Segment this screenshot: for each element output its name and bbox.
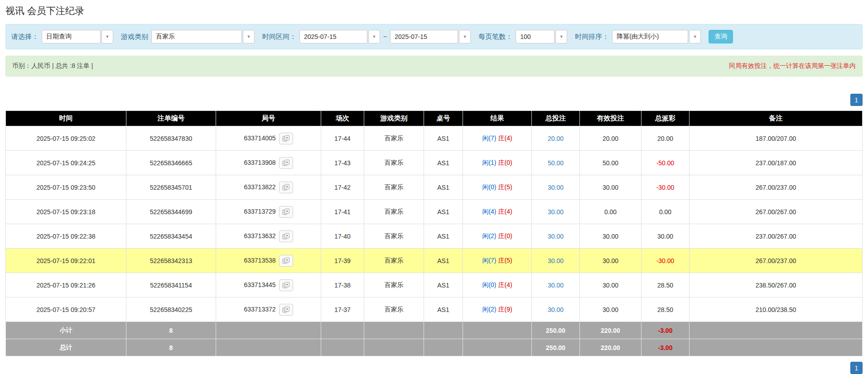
table-row: 2025-07-15 09:24:25522658346665633713908… (6, 151, 863, 175)
same-round-notice: 同局有效投注，统一计算在该局第一张注单内 (729, 62, 856, 70)
date-from-input[interactable] (299, 30, 367, 43)
date-to-input[interactable] (390, 30, 458, 43)
header-round-id: 局号 (216, 111, 321, 126)
cards-icon (282, 306, 290, 313)
time-sort-dropdown-button[interactable]: ▼ (689, 30, 701, 43)
time-sort-input[interactable] (612, 30, 688, 43)
game-type-cell: 百家乐 (364, 200, 424, 224)
round-replay-button[interactable] (279, 133, 293, 144)
total-bet-link[interactable]: 30.00 (548, 257, 564, 264)
valid-bet-cell: 30.00 (580, 273, 641, 297)
total-payout: -3.00 (641, 339, 690, 356)
select-type-input[interactable] (42, 30, 101, 43)
total-bet-link[interactable]: 30.00 (548, 306, 564, 313)
select-type-dropdown-button[interactable]: ▼ (101, 30, 113, 43)
time-cell: 2025-07-15 09:25:02 (6, 126, 126, 151)
bet-id-cell: 522658344699 (126, 200, 216, 224)
round-id-cell: 633713822 (216, 175, 321, 200)
result-cell: 闲(1)庄(0) (463, 151, 532, 175)
round-replay-button[interactable] (279, 304, 293, 316)
page-size-input[interactable] (516, 30, 555, 43)
select-type-label: 请选择： (11, 33, 39, 41)
empty-cell (364, 322, 424, 339)
cards-icon (282, 233, 290, 240)
result-player: 闲(0) (482, 183, 496, 191)
header-total-bet: 总投注 (532, 111, 580, 126)
game-type-input[interactable] (151, 30, 242, 43)
chevron-down-icon: ▼ (559, 34, 564, 39)
total-bet-link[interactable]: 50.00 (548, 159, 564, 167)
game-type-cell: 百家乐 (364, 126, 424, 151)
round-id-cell: 633713538 (216, 249, 321, 273)
date-from-dropdown-button[interactable]: ▼ (368, 30, 380, 43)
note-cell: 238.50/267.00 (690, 273, 863, 297)
table-body: 2025-07-15 09:25:02522658347830633714005… (6, 126, 863, 322)
note-cell: 267.00/267.00 (690, 200, 863, 224)
header-bet-id: 注单编号 (126, 111, 216, 126)
round-id: 633713538 (244, 256, 275, 264)
game-type-cell: 百家乐 (364, 151, 424, 175)
round-replay-button[interactable] (279, 279, 293, 291)
search-button[interactable]: 查询 (709, 30, 733, 43)
payout-cell: 28.50 (641, 273, 690, 297)
date-to-dropdown-button[interactable]: ▼ (459, 30, 471, 43)
total-bet-cell: 30.00 (532, 200, 580, 224)
time-cell: 2025-07-15 09:22:01 (6, 249, 126, 273)
round-replay-button[interactable] (279, 230, 293, 242)
chevron-down-icon: ▼ (247, 34, 251, 39)
date-range-label: 时间区间： (262, 33, 296, 41)
result-player: 闲(4) (482, 208, 496, 215)
round-replay-button[interactable] (279, 182, 293, 193)
empty-cell (690, 322, 863, 339)
note-cell: 267.00/237.00 (690, 175, 863, 200)
header-session: 场次 (321, 111, 364, 126)
round-id-cell: 633713445 (216, 273, 321, 297)
chevron-down-icon: ▼ (372, 34, 376, 39)
page-1-button[interactable]: 1 (850, 362, 863, 374)
page-1-button[interactable]: 1 (850, 94, 863, 106)
result-cell: 闲(2)庄(9) (463, 297, 532, 322)
game-type-dropdown-button[interactable]: ▼ (243, 30, 255, 43)
cards-icon (282, 159, 290, 166)
round-replay-button[interactable] (279, 206, 293, 218)
table-no-cell: AS1 (424, 151, 463, 175)
cards-icon (282, 257, 290, 264)
header-game-type: 游戏类别 (364, 111, 424, 126)
table-row: 2025-07-15 09:22:01522658342313633713538… (6, 249, 863, 273)
total-bet-link[interactable]: 30.00 (548, 282, 564, 289)
game-type-cell: 百家乐 (364, 249, 424, 273)
bet-id-cell: 522658346665 (126, 151, 216, 175)
bet-id-cell: 522658341154 (126, 273, 216, 297)
subtotal-payout: -3.00 (641, 322, 690, 339)
pagination-top: 1 (5, 94, 863, 106)
payout-cell: 20.00 (641, 126, 690, 151)
table-no-cell: AS1 (424, 126, 463, 151)
cards-icon (282, 184, 290, 191)
subtotal-row: 小计 8 250.00 220.00 -3.00 (6, 322, 863, 339)
payout-cell: 0.00 (641, 200, 690, 224)
bets-table: 时间 注单编号 局号 场次 游戏类别 桌号 结果 总投注 有效投注 总派彩 备注… (5, 110, 863, 356)
round-replay-button[interactable] (279, 255, 293, 267)
total-bet-link[interactable]: 20.00 (548, 135, 564, 142)
total-bet-link[interactable]: 30.00 (548, 233, 564, 240)
cards-icon (282, 135, 290, 142)
payout-value: 0.00 (659, 208, 671, 216)
total-bet-link[interactable]: 30.00 (548, 184, 564, 191)
round-replay-button[interactable] (279, 157, 293, 169)
payout-value: -30.00 (656, 184, 675, 191)
result-banker: 庄(5) (498, 257, 512, 264)
empty-cell (424, 339, 463, 356)
round-id: 633714005 (244, 134, 275, 141)
bet-id-cell: 522658343454 (126, 224, 216, 249)
payout-value: 20.00 (657, 135, 673, 142)
page-size-dropdown-button[interactable]: ▼ (555, 30, 567, 43)
filter-group-select: 请选择： ▼ (11, 30, 113, 43)
total-total-bet: 250.00 (532, 339, 580, 356)
table-row: 2025-07-15 09:21:26522658341154633713445… (6, 273, 863, 297)
result-banker: 庄(4) (498, 281, 512, 288)
total-bet-link[interactable]: 30.00 (548, 208, 564, 216)
header-valid-bet: 有效投注 (580, 111, 641, 126)
result-cell: 闲(4)庄(4) (463, 200, 532, 224)
page: 视讯 会员下注纪录 请选择： ▼ 游戏类别 ▼ 时间区间： (0, 0, 868, 374)
session-cell: 17-41 (321, 200, 364, 224)
